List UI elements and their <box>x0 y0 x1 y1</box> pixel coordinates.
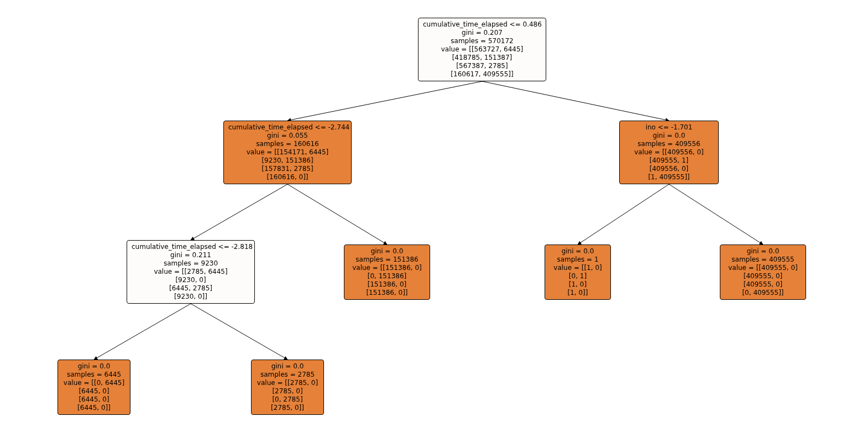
node-value-row: [1, 409555]] <box>624 173 714 181</box>
tree-leaf: gini = 0.0 samples = 2785 value = [[2785… <box>251 360 324 415</box>
node-value-row: [6445, 0] <box>62 387 126 396</box>
node-value-row: value = [[0, 6445] <box>62 379 126 387</box>
node-value-row: [0, 2785] <box>256 396 319 404</box>
node-value-row: [9230, 0] <box>132 276 250 284</box>
tree-edge <box>482 81 669 121</box>
node-value-row: value = [[1, 0] <box>550 264 606 272</box>
tree-leaf: gini = 0.0 samples = 151386 value = [[15… <box>344 244 430 300</box>
node-value-row: [409555, 0] <box>725 272 801 280</box>
node-value-row: [2785, 0] <box>256 387 319 396</box>
node-samples: samples = 151386 <box>349 256 425 264</box>
node-value-row: value = [[2785, 6445] <box>132 268 250 276</box>
node-value-row: [6445, 2785] <box>132 284 250 293</box>
node-samples: samples = 160616 <box>228 140 347 148</box>
tree-leaf: gini = 0.0 samples = 6445 value = [[0, 6… <box>57 360 130 415</box>
node-value-row: [409556, 0] <box>624 165 714 173</box>
node-value-row: [409555, 0] <box>725 280 801 289</box>
node-value-row: [2785, 0]] <box>256 404 319 412</box>
node-gini: gini = 0.0 <box>550 247 606 256</box>
node-value-row: [151386, 0]] <box>349 289 425 297</box>
node-value-row: value = [[409555, 0] <box>725 264 801 272</box>
decision-tree-canvas: cumulative_time_elapsed <= 0.486 gini = … <box>0 0 868 437</box>
node-value-row: [1, 0] <box>550 280 606 289</box>
node-gini: gini = 0.0 <box>62 362 126 371</box>
node-gini: gini = 0.0 <box>624 132 714 140</box>
tree-edge <box>669 184 763 244</box>
node-value-row: [9230, 0]] <box>132 293 250 301</box>
node-value-row: value = [[2785, 0] <box>256 379 319 387</box>
node-value-row: value = [[151386, 0] <box>349 264 425 272</box>
tree-edge <box>287 81 482 121</box>
tree-edge <box>578 184 669 244</box>
node-gini: gini = 0.0 <box>349 247 425 256</box>
node-samples: samples = 409555 <box>725 256 801 264</box>
node-condition: cumulative_time_elapsed <= 0.486 <box>423 20 541 29</box>
node-gini: gini = 0.0 <box>725 247 801 256</box>
node-samples: samples = 570172 <box>423 37 541 45</box>
node-gini: gini = 0.211 <box>132 251 250 259</box>
tree-node-left-left: cumulative_time_elapsed <= -2.818 gini =… <box>127 240 255 304</box>
node-condition: ino <= -1.701 <box>624 123 714 132</box>
node-value-row: value = [[563727, 6445] <box>423 45 541 54</box>
tree-leaf: gini = 0.0 samples = 409555 value = [[40… <box>720 244 806 300</box>
tree-edge <box>94 304 191 360</box>
node-gini: gini = 0.0 <box>256 362 319 371</box>
node-value-row: [9230, 151386] <box>228 157 347 165</box>
node-value-row: [0, 151386] <box>349 272 425 280</box>
node-value-row: [151386, 0] <box>349 280 425 289</box>
node-samples: samples = 9230 <box>132 259 250 268</box>
tree-node-root: cumulative_time_elapsed <= 0.486 gini = … <box>418 18 546 81</box>
node-gini: gini = 0.055 <box>228 132 347 140</box>
tree-edge <box>287 184 387 244</box>
node-value-row: [409555, 1] <box>624 157 714 165</box>
tree-node-right: ino <= -1.701 gini = 0.0 samples = 40955… <box>619 121 719 184</box>
node-value-row: [157831, 2785] <box>228 165 347 173</box>
node-value-row: value = [[409556, 0] <box>624 148 714 157</box>
node-condition: cumulative_time_elapsed <= -2.818 <box>132 243 250 251</box>
node-value-row: [6445, 0] <box>62 396 126 404</box>
tree-edge <box>191 304 287 360</box>
node-value-row: [160616, 0]] <box>228 173 347 181</box>
node-condition: cumulative_time_elapsed <= -2.744 <box>228 123 347 132</box>
node-samples: samples = 2785 <box>256 371 319 379</box>
node-value-row: [1, 0]] <box>550 289 606 297</box>
node-samples: samples = 6445 <box>62 371 126 379</box>
tree-node-left: cumulative_time_elapsed <= -2.744 gini =… <box>223 121 352 184</box>
node-value-row: [567387, 2785] <box>423 62 541 70</box>
node-value-row: [160617, 409555]] <box>423 70 541 79</box>
node-value-row: [0, 409555]] <box>725 289 801 297</box>
tree-leaf: gini = 0.0 samples = 1 value = [[1, 0] [… <box>545 244 611 300</box>
node-value-row: value = [[154171, 6445] <box>228 148 347 157</box>
node-value-row: [418785, 151387] <box>423 54 541 62</box>
node-gini: gini = 0.207 <box>423 29 541 37</box>
node-value-row: [0, 1] <box>550 272 606 280</box>
node-value-row: [6445, 0]] <box>62 404 126 412</box>
node-samples: samples = 409556 <box>624 140 714 148</box>
tree-edge <box>191 184 287 240</box>
node-samples: samples = 1 <box>550 256 606 264</box>
